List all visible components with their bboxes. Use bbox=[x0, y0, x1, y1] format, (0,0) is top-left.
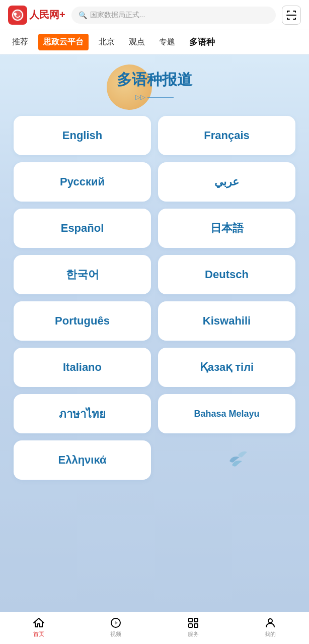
title-subtitle: ▷▷ ———— bbox=[135, 93, 174, 101]
subtitle-line: ———— bbox=[147, 93, 174, 101]
svg-rect-8 bbox=[189, 624, 192, 627]
page-title: 多语种报道 bbox=[117, 70, 192, 90]
home-label: 首页 bbox=[33, 630, 44, 638]
video-label: 视频 bbox=[110, 630, 121, 638]
bottom-nav: 首页 视频 服务 我的 bbox=[0, 612, 309, 644]
lang-card-francais[interactable]: Français bbox=[158, 116, 295, 155]
logo: 人民网+ bbox=[8, 6, 65, 25]
svg-point-2 bbox=[14, 13, 17, 16]
nav-tabs: 推荐 思政云平台 北京 观点 专题 多语种 bbox=[0, 30, 309, 54]
play-circle-icon bbox=[110, 617, 122, 629]
svg-point-0 bbox=[12, 9, 24, 21]
search-bar[interactable]: 🔍 国家数据局正式... bbox=[71, 7, 276, 24]
nav-item-video[interactable]: 视频 bbox=[78, 617, 155, 638]
lang-card-spanish[interactable]: Español bbox=[14, 209, 151, 248]
logo-icon bbox=[8, 6, 27, 25]
lang-card-greek[interactable]: Ελληνικά bbox=[14, 440, 151, 480]
grid-icon bbox=[187, 617, 199, 629]
lang-card-korean[interactable]: 한국어 bbox=[14, 255, 151, 294]
play-icon: ▷▷ bbox=[135, 93, 145, 101]
lang-card-japanese[interactable]: 日本語 bbox=[158, 209, 295, 248]
svg-rect-6 bbox=[189, 618, 192, 622]
nav-item-home[interactable]: 首页 bbox=[0, 617, 78, 638]
scan-icon bbox=[285, 9, 297, 21]
lang-card-italian[interactable]: Italiano bbox=[14, 348, 151, 387]
search-placeholder-text: 国家数据局正式... bbox=[90, 11, 145, 20]
bird-icon bbox=[202, 445, 252, 475]
title-section: 多语种报道 ▷▷ ———— bbox=[117, 70, 192, 101]
lang-card-malay[interactable]: Bahasa Melayu bbox=[158, 394, 295, 433]
bird-decoration-cell bbox=[158, 440, 295, 480]
nav-item-services[interactable]: 服务 bbox=[154, 617, 232, 638]
lang-card-kazakh[interactable]: Қазақ тілі bbox=[158, 348, 295, 387]
tab-beijing[interactable]: 北京 bbox=[92, 31, 122, 53]
nav-item-profile[interactable]: 我的 bbox=[232, 617, 310, 638]
lang-card-portuguese[interactable]: Português bbox=[14, 301, 151, 341]
svg-rect-7 bbox=[194, 618, 198, 622]
tab-recommend[interactable]: 推荐 bbox=[5, 31, 35, 53]
lang-card-arabic[interactable]: عربي bbox=[158, 162, 295, 202]
language-grid: English Français Русский عربي Español 日本… bbox=[14, 116, 295, 480]
lang-card-russian[interactable]: Русский bbox=[14, 162, 151, 202]
main-content: 多语种报道 ▷▷ ———— English Français Русский ع… bbox=[0, 54, 309, 612]
tab-zhuanti[interactable]: 专题 bbox=[152, 31, 182, 53]
logo-text: 人民网+ bbox=[29, 8, 65, 22]
services-label: 服务 bbox=[188, 630, 199, 638]
lang-card-kiswahili[interactable]: Kiswahili bbox=[158, 301, 295, 341]
user-icon bbox=[264, 617, 276, 629]
tab-multilang[interactable]: 多语种 bbox=[182, 30, 222, 54]
profile-label: 我的 bbox=[265, 630, 276, 638]
header: 人民网+ 🔍 国家数据局正式... bbox=[0, 0, 309, 30]
tab-sizheng[interactable]: 思政云平台 bbox=[38, 34, 89, 50]
search-icon: 🔍 bbox=[79, 11, 87, 19]
lang-card-thai[interactable]: ภาษาไทย bbox=[14, 394, 151, 433]
svg-marker-5 bbox=[115, 621, 118, 625]
lang-card-english[interactable]: English bbox=[14, 116, 151, 155]
tab-guandian[interactable]: 观点 bbox=[122, 31, 152, 53]
svg-point-10 bbox=[268, 619, 272, 623]
svg-rect-9 bbox=[194, 624, 198, 627]
lang-card-german[interactable]: Deutsch bbox=[158, 255, 295, 294]
home-icon bbox=[33, 617, 45, 629]
scan-button[interactable] bbox=[282, 6, 301, 25]
